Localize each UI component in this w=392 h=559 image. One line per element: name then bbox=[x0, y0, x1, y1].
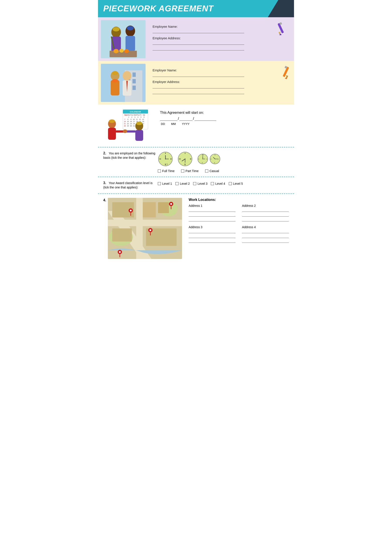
svg-text:Tue: Tue bbox=[130, 114, 133, 116]
fulltime-checkbox[interactable] bbox=[158, 169, 161, 173]
mm-field[interactable] bbox=[179, 117, 192, 121]
level2-checkbox[interactable] bbox=[175, 182, 179, 185]
svg-text:14: 14 bbox=[124, 121, 126, 122]
page-title: PIECEWORK AGREEMENT bbox=[103, 4, 213, 13]
svg-point-91 bbox=[123, 130, 127, 133]
address4-line3[interactable] bbox=[242, 239, 289, 243]
svg-text:6: 6 bbox=[184, 163, 185, 165]
svg-text:9: 9 bbox=[180, 158, 181, 160]
svg-text:3: 3 bbox=[190, 158, 191, 160]
clocks-row: 9 3 6 5 9 3 6 bbox=[158, 151, 221, 167]
svg-text:5: 5 bbox=[166, 163, 168, 165]
svg-text:6: 6 bbox=[202, 162, 203, 164]
address3-label: Address 3 bbox=[189, 225, 235, 229]
level5-label: Level 5 bbox=[233, 182, 243, 185]
svg-text:CALENDAR: CALENDAR bbox=[130, 111, 141, 113]
yyyy-label: YYYY bbox=[182, 122, 190, 126]
employer-illustration bbox=[101, 64, 146, 102]
address2-label: Address 2 bbox=[242, 204, 289, 207]
employment-options: Full Time Part Time Casual bbox=[158, 169, 219, 173]
svg-text:13: 13 bbox=[142, 119, 144, 120]
casual-option[interactable]: Casual bbox=[205, 169, 219, 173]
fulltime-option[interactable]: Full Time bbox=[158, 169, 175, 173]
casual-clock2: 9 8 5 bbox=[209, 153, 221, 165]
locations-grid: Work Locations: Address 1 Address 2 bbox=[189, 198, 289, 247]
address1-label: Address 1 bbox=[189, 204, 235, 207]
section1-image: CALENDAR Sun Mon Tue Wed Thu Fri Sat 1 2… bbox=[103, 109, 154, 143]
parttime-option[interactable]: Part Time bbox=[181, 169, 199, 173]
employee-image-area bbox=[98, 17, 148, 61]
level2-option[interactable]: Level 2 bbox=[175, 182, 190, 185]
svg-rect-139 bbox=[158, 202, 169, 213]
level4-option[interactable]: Level 4 bbox=[211, 182, 225, 185]
svg-rect-82 bbox=[108, 128, 116, 140]
address2-line3[interactable] bbox=[242, 218, 289, 221]
parttime-label: Part Time bbox=[185, 169, 199, 173]
level4-checkbox[interactable] bbox=[211, 182, 214, 185]
svg-rect-6 bbox=[126, 36, 135, 51]
yyyy-field[interactable] bbox=[194, 117, 216, 121]
date-labels: DD MM YYYY bbox=[160, 122, 289, 126]
svg-text:3: 3 bbox=[206, 158, 207, 160]
address4-line1[interactable] bbox=[242, 230, 289, 233]
section2-description: You are employed on the following basis … bbox=[103, 151, 155, 159]
casual-clocks: 9 3 6 12 9 8 5 bbox=[197, 153, 221, 165]
svg-text:3: 3 bbox=[170, 158, 171, 160]
svg-text:9: 9 bbox=[210, 158, 211, 160]
svg-point-4 bbox=[113, 27, 120, 31]
section2-number: 2. bbox=[103, 151, 106, 155]
address3-line2[interactable] bbox=[189, 234, 235, 238]
address4-line2[interactable] bbox=[242, 234, 289, 238]
address-grid: Address 1 Address 2 Address 3 bbox=[189, 204, 289, 247]
employer-fields: Employer Name: Employer Address: bbox=[148, 61, 294, 105]
address1-line3[interactable] bbox=[189, 218, 235, 221]
svg-point-29 bbox=[112, 71, 118, 75]
address3-line1[interactable] bbox=[189, 230, 235, 233]
level1-option[interactable]: Level 1 bbox=[158, 182, 172, 185]
address1-line1[interactable] bbox=[189, 208, 235, 212]
level3-checkbox[interactable] bbox=[193, 182, 196, 185]
svg-point-151 bbox=[130, 210, 132, 211]
address3-line3[interactable] bbox=[189, 239, 235, 243]
employer-name-line[interactable] bbox=[153, 73, 244, 77]
svg-text:Thu: Thu bbox=[137, 114, 139, 116]
svg-text:7: 7 bbox=[124, 119, 125, 120]
parttime-checkbox[interactable] bbox=[181, 169, 184, 173]
address4-label: Address 4 bbox=[242, 225, 289, 229]
casual-checkbox[interactable] bbox=[205, 169, 208, 173]
level1-checkbox[interactable] bbox=[158, 182, 161, 185]
address2-line1[interactable] bbox=[242, 208, 289, 212]
svg-rect-23 bbox=[132, 79, 136, 84]
section3-left: 3. Your Award classification level is (t… bbox=[103, 181, 156, 189]
level3-option[interactable]: Level 3 bbox=[193, 182, 207, 185]
svg-rect-87 bbox=[135, 130, 143, 141]
svg-rect-21 bbox=[132, 73, 136, 77]
dd-field[interactable] bbox=[160, 117, 177, 121]
employee-address-line2[interactable] bbox=[153, 47, 244, 50]
svg-text:12: 12 bbox=[139, 119, 141, 120]
casual-label: Casual bbox=[210, 169, 219, 173]
svg-text:6: 6 bbox=[144, 116, 145, 118]
employee-name-line[interactable] bbox=[153, 29, 244, 33]
svg-text:3: 3 bbox=[135, 116, 135, 118]
employer-address-line2[interactable] bbox=[153, 90, 244, 94]
employee-address-line1[interactable] bbox=[153, 41, 244, 45]
svg-point-10 bbox=[113, 49, 119, 53]
section4: 4. bbox=[98, 194, 294, 263]
employer-address-line1[interactable] bbox=[153, 84, 244, 88]
svg-text:Fri: Fri bbox=[140, 114, 142, 116]
address2-line2[interactable] bbox=[242, 213, 289, 217]
level5-option[interactable]: Level 5 bbox=[229, 182, 243, 185]
svg-point-12 bbox=[124, 49, 129, 53]
svg-text:12: 12 bbox=[202, 154, 204, 156]
address1-line2[interactable] bbox=[189, 213, 235, 217]
address2-block: Address 2 bbox=[242, 204, 289, 223]
address4-block: Address 4 bbox=[242, 225, 289, 244]
svg-text:2: 2 bbox=[131, 116, 132, 118]
level2-label: Level 2 bbox=[180, 182, 190, 185]
employee-fields: Employee Name: Employee Address: bbox=[148, 17, 294, 61]
employer-address-label: Employer Address: bbox=[153, 80, 290, 84]
level5-checkbox[interactable] bbox=[229, 182, 232, 185]
employer-section: Employer Name: Employer Address: bbox=[98, 61, 294, 105]
svg-point-8 bbox=[127, 26, 134, 30]
